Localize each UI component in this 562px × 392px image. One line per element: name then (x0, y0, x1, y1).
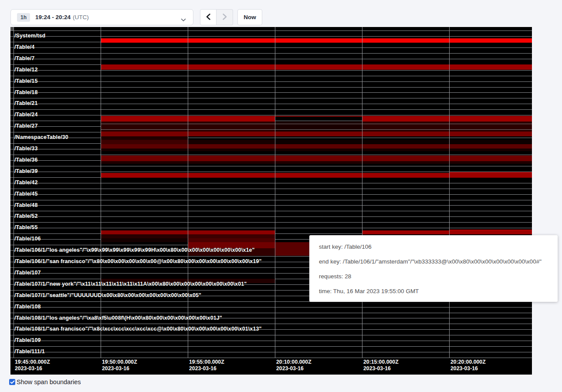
heat-band (101, 234, 188, 238)
time-axis-time: 19:45:00.000Z (15, 359, 50, 365)
heat-band (101, 238, 188, 242)
heat-band (188, 140, 275, 144)
span-boundary-line (10, 216, 532, 217)
span-boundary-line (10, 30, 532, 31)
heat-band (188, 234, 275, 238)
time-range-nav (200, 9, 233, 25)
time-range-zone: (UTC) (73, 14, 89, 20)
checkmark-icon (10, 380, 15, 384)
heat-band (101, 136, 188, 140)
span-boundary-line (10, 318, 532, 318)
span-boundary-line (10, 211, 532, 211)
prev-range-button[interactable] (200, 9, 217, 25)
heat-band (101, 155, 532, 161)
span-boundary-line (10, 53, 532, 54)
time-axis-label: 20:20:00.000Z2023-03-16 (450, 359, 486, 372)
tooltip-line: end key: /Table/106/1/"amsterdam"/"\xb33… (319, 255, 558, 270)
heat-band (362, 116, 532, 122)
key-visualizer-heatmap[interactable]: /System/tsd/Table/4/Table/7/Table/12/Tab… (10, 27, 532, 375)
heat-band (101, 149, 532, 151)
heat-band (101, 173, 532, 178)
heat-band (101, 140, 188, 144)
time-axis-label: 19:50:00.000Z2023-03-16 (102, 359, 137, 372)
span-boundary-line (10, 70, 532, 71)
heat-band (275, 122, 362, 132)
time-axis-time: 20:10:00.000Z (276, 359, 311, 365)
now-button[interactable]: Now (237, 9, 262, 25)
span-boundary-line (10, 183, 532, 183)
heat-band (275, 116, 362, 117)
span-boundary-line (10, 194, 532, 195)
span-boundary-line (10, 222, 532, 223)
span-boundary-line (10, 341, 532, 341)
span-boundary-line (10, 81, 532, 82)
heat-band (101, 132, 532, 136)
heat-band (275, 242, 311, 248)
time-range-duration-chip: 1h (17, 13, 30, 22)
heat-band (275, 248, 311, 256)
chevron-right-icon (222, 14, 227, 21)
time-axis-date: 2023-03-16 (15, 365, 50, 372)
span-boundary-line (10, 36, 532, 37)
span-boundary-line (101, 124, 532, 124)
span-boundary-line (10, 352, 532, 352)
key-visualizer-page: 1h 19:24 - 20:24 (UTC) Now /System/tsd/T… (0, 0, 562, 392)
span-boundary-line (10, 324, 532, 324)
span-boundary-line (10, 166, 532, 166)
heat-band (101, 38, 532, 43)
span-boundary-line (10, 104, 532, 104)
span-boundary-line (10, 87, 532, 88)
time-gridline (449, 27, 450, 358)
span-boundary-line (10, 47, 532, 48)
time-gridline (188, 27, 188, 358)
tooltip-line: requests: 28 (319, 270, 558, 285)
time-axis-time: 20:20:00.000Z (450, 359, 486, 365)
tooltip-line: start key: /Table/106 (319, 240, 558, 255)
time-axis-date: 2023-03-16 (450, 365, 486, 372)
heat-band (188, 238, 275, 242)
span-boundary-line (10, 335, 532, 335)
span-boundary-line (10, 313, 532, 313)
time-range-selector[interactable]: 1h 19:24 - 20:24 (UTC) (10, 9, 193, 25)
heat-band (101, 144, 532, 149)
span-boundary-line (10, 76, 532, 76)
time-axis-label: 20:15:00.000Z2023-03-16 (363, 359, 399, 372)
footer: Show span boundaries (9, 378, 81, 386)
heat-band (101, 161, 532, 164)
span-boundary-line (10, 155, 532, 155)
time-gridline (275, 27, 275, 358)
heat-band (275, 140, 532, 144)
time-axis-time: 19:50:00.000Z (102, 359, 137, 365)
time-axis-date: 2023-03-16 (189, 365, 224, 372)
hover-tooltip: start key: /Table/106end key: /Table/106… (309, 235, 558, 302)
span-boundary-line (10, 109, 532, 110)
chevron-down-icon (181, 16, 186, 24)
time-axis-date: 2023-03-16 (102, 365, 137, 372)
heat-band (188, 248, 275, 256)
heat-band (188, 242, 275, 248)
chevron-left-icon (206, 14, 211, 21)
time-axis-label: 19:55:00.000Z2023-03-16 (189, 359, 224, 372)
time-axis-date: 2023-03-16 (363, 365, 399, 372)
time-axis-time: 20:15:00.000Z (363, 359, 399, 365)
heat-band (362, 230, 532, 234)
span-boundary-line (10, 138, 532, 138)
time-axis-label: 19:45:00.000Z2023-03-16 (15, 359, 50, 372)
span-boundary-line (10, 329, 532, 330)
show-span-boundaries-checkbox[interactable] (9, 379, 15, 385)
time-axis-date: 2023-03-16 (276, 365, 311, 372)
time-axis-label: 20:10:00.000Z2023-03-16 (276, 359, 311, 372)
span-boundary-line (10, 307, 532, 308)
time-axis-time: 19:55:00.000Z (189, 359, 224, 365)
next-range-button[interactable] (217, 9, 233, 25)
show-span-boundaries-label: Show span boundaries (17, 378, 81, 385)
span-boundary-line (10, 92, 532, 93)
span-boundary-line (10, 205, 532, 206)
time-gridline (14, 27, 14, 358)
toolbar: 1h 19:24 - 20:24 (UTC) Now (0, 0, 562, 27)
heat-band (101, 64, 532, 70)
span-boundary-line (10, 98, 532, 98)
tooltip-line: time: Thu, 16 Mar 2023 19:55:00 GMT (319, 285, 558, 300)
span-boundary-line (10, 189, 532, 189)
heat-band (362, 122, 532, 132)
